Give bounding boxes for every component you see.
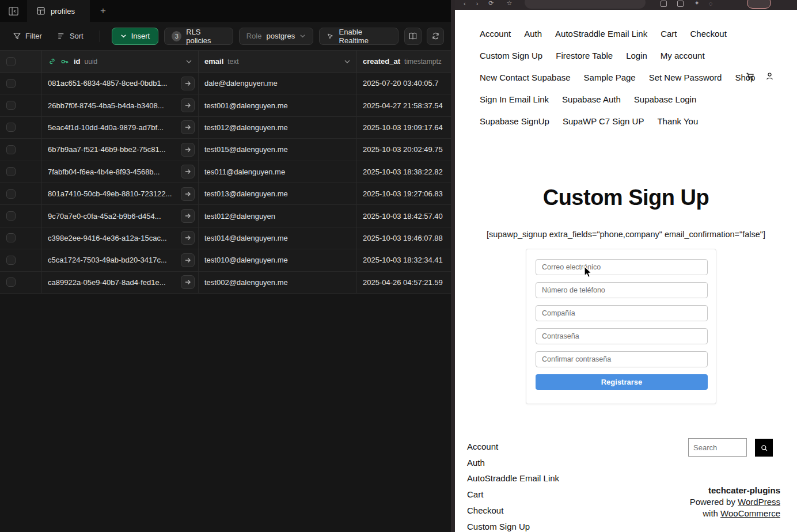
footer-link-checkout[interactable]: Checkout (467, 503, 559, 519)
nav-link-cart[interactable]: Cart (661, 29, 677, 39)
footer-link-account[interactable]: Account (467, 439, 559, 455)
role-selector[interactable]: Role postgres (239, 28, 314, 45)
row-checkbox[interactable] (6, 233, 16, 242)
extensions-puzzle-icon[interactable]: ✦ (694, 0, 699, 7)
cell-id[interactable]: c398e2ee-9416-4e36-a12a-15cac... (42, 227, 199, 249)
nav-link-auth[interactable]: Auth (524, 29, 542, 39)
cell-created-at[interactable]: 2025-10-03 19:27:06.83 (357, 183, 451, 204)
row-checkbox[interactable] (6, 79, 16, 88)
sort-button[interactable]: Sort (52, 32, 88, 40)
cell-created-at[interactable]: 2025-07-20 03:40:05.7 (357, 73, 451, 94)
cell-created-at[interactable]: 2025-10-03 19:46:07.88 (357, 227, 451, 249)
cell-created-at[interactable]: 2025-10-03 18:32:34.41 (357, 249, 451, 271)
row-checkbox[interactable] (6, 167, 16, 176)
cell-email[interactable]: test012@dalenguyen.me (199, 117, 357, 138)
cell-created-at[interactable]: 2025-10-03 18:38:22.82 (357, 161, 451, 183)
company-field[interactable] (536, 305, 708, 321)
cell-id[interactable]: 9c70a7e0-c0fa-45a2-b9b6-d454... (42, 205, 199, 226)
expand-row-button[interactable] (181, 187, 195, 201)
cell-id[interactable]: 081ac651-6834-4857-8ced-0bdb1... (42, 73, 199, 94)
expand-row-button[interactable] (181, 120, 195, 134)
wordpress-link[interactable]: WordPress (738, 497, 780, 507)
new-tab-button[interactable]: + (90, 0, 116, 22)
refresh-button[interactable] (427, 28, 444, 45)
profile-pill[interactable] (747, 0, 771, 9)
cart-icon[interactable] (745, 71, 755, 81)
filter-button[interactable]: Filter (8, 32, 47, 40)
nav-link-login[interactable]: Login (626, 51, 647, 60)
expand-row-button[interactable] (181, 98, 195, 112)
nav-link-firestore-table[interactable]: Firestore Table (556, 51, 613, 60)
nav-link-supabase-auth[interactable]: Supabase Auth (562, 94, 621, 104)
nav-link-account[interactable]: Account (480, 29, 511, 39)
api-docs-button[interactable] (404, 28, 422, 45)
expand-row-button[interactable] (181, 77, 195, 90)
search-input[interactable] (688, 438, 747, 457)
profile-icon[interactable]: ◌ (709, 0, 713, 7)
footer-link-custom-sign-up[interactable]: Custom Sign Up (467, 519, 559, 532)
footer-link-auth[interactable]: Auth (467, 455, 559, 471)
row-checkbox[interactable] (6, 189, 16, 199)
cell-email[interactable]: test015@dalenguyen.me (199, 139, 357, 160)
cell-id[interactable]: 5eac4f1d-10dd-4d0a-9879-ad7bf... (42, 117, 199, 138)
cell-id[interactable]: 801a7410-50cb-49eb-8810-723122... (42, 183, 199, 204)
tab-profiles[interactable]: profiles (27, 0, 90, 22)
insert-button[interactable]: Insert (112, 28, 159, 45)
column-header-id[interactable]: id uuid (42, 51, 199, 72)
footer-link-autostraddle-email-link[interactable]: AutoStraddle Email Link (467, 470, 559, 487)
row-checkbox[interactable] (6, 278, 16, 287)
cell-email[interactable]: dale@dalenguyen.me (199, 73, 357, 94)
expand-row-button[interactable] (181, 253, 195, 267)
bookmark-star-icon[interactable]: ☆ (507, 0, 513, 7)
chevron-down-icon[interactable] (185, 58, 192, 65)
row-checkbox[interactable] (6, 101, 16, 110)
cell-email[interactable]: test002@dalenguyen.me (199, 272, 357, 293)
password-field[interactable] (536, 328, 708, 344)
cell-id[interactable]: c5ca1724-7503-49ab-bd20-3417c... (42, 249, 199, 271)
search-button[interactable] (755, 439, 773, 457)
expand-row-button[interactable] (181, 143, 195, 157)
cell-id[interactable]: ca89922a-05e9-40b7-8ad4-fed1e... (42, 272, 199, 293)
nav-link-supawp-c7-sign-up[interactable]: SupaWP C7 Sign UP (563, 116, 644, 126)
cell-id[interactable]: 6b7b9aa7-f521-46b9-bbe2-75c81... (42, 139, 199, 160)
cell-id[interactable]: 26bb7f0f-8745-4ba5-b4da-b3408... (42, 94, 199, 116)
chevron-down-icon[interactable] (344, 58, 351, 65)
cell-email[interactable]: test012@dalenguyen (199, 205, 357, 226)
nav-link-sign-in-email-link[interactable]: Sign In Email Link (480, 94, 549, 104)
cell-created-at[interactable]: 2025-04-27 21:58:37.54 (357, 94, 451, 116)
cell-email[interactable]: tes011@dalenguyen.me (199, 161, 357, 183)
nav-link-supabase-login[interactable]: Supabase Login (634, 94, 696, 104)
cell-created-at[interactable]: 2025-10-03 18:42:57.40 (357, 205, 451, 226)
forward-icon[interactable]: › (476, 0, 479, 7)
nav-link-set-new-password[interactable]: Set New Password (649, 73, 722, 82)
cell-id[interactable]: 7fabfb04-f6ea-4b4e-8f93-4568b... (42, 161, 199, 183)
nav-link-my-account[interactable]: My account (661, 51, 705, 60)
nav-link-autostraddle-email-link[interactable]: AutoStraddle Email Link (555, 29, 647, 39)
expand-row-button[interactable] (181, 209, 195, 223)
column-header-email[interactable]: email text (199, 51, 357, 72)
cell-created-at[interactable]: 2025-10-03 19:09:17.64 (357, 117, 451, 138)
confirm-password-field[interactable] (536, 351, 708, 367)
back-icon[interactable]: ‹ (464, 0, 466, 7)
cell-email[interactable]: test014@dalenguyen.me (199, 227, 357, 249)
cell-created-at[interactable]: 2025-10-03 20:02:49.75 (357, 139, 451, 160)
woocommerce-link[interactable]: WooCommerce (720, 508, 780, 518)
extension-icon[interactable] (661, 1, 667, 7)
nav-link-checkout[interactable]: Checkout (690, 29, 727, 39)
enable-realtime-button[interactable]: Enable Realtime (319, 28, 398, 45)
collapse-sidebar-button[interactable] (0, 0, 27, 22)
extension-icon[interactable] (677, 1, 684, 7)
expand-row-button[interactable] (181, 231, 195, 245)
row-checkbox[interactable] (6, 211, 16, 221)
address-bar[interactable] (525, 0, 646, 9)
cell-created-at[interactable]: 2025-04-26 04:57:21.59 (357, 272, 451, 293)
nav-link-supabase-signup[interactable]: Supabase SignUp (480, 116, 549, 126)
expand-row-button[interactable] (181, 165, 195, 178)
register-button[interactable]: Registrarse (536, 374, 708, 390)
cell-email[interactable]: test013@dalenguyen.me (199, 183, 357, 204)
footer-link-cart[interactable]: Cart (467, 487, 559, 503)
nav-link-thank-you[interactable]: Thank You (657, 116, 698, 126)
account-icon[interactable] (765, 71, 775, 81)
row-checkbox[interactable] (6, 145, 16, 154)
expand-row-button[interactable] (181, 275, 195, 289)
